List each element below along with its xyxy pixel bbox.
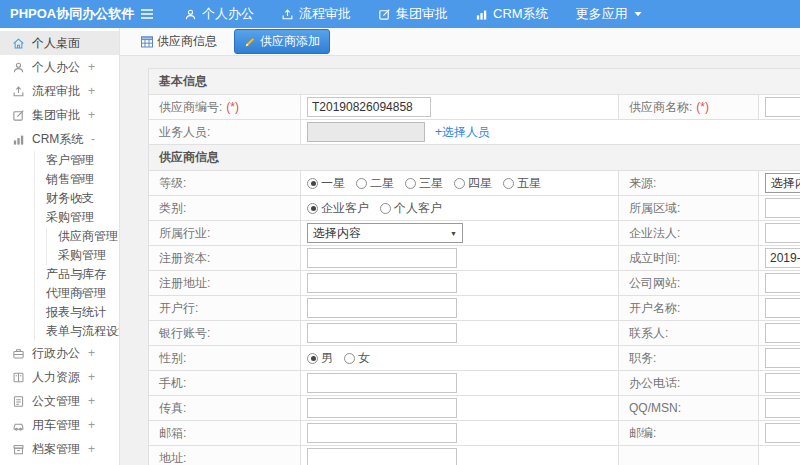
choose-person-link[interactable]: +选择人员 <box>435 125 490 139</box>
level-radio-0[interactable]: 一星 <box>307 175 345 192</box>
sidebar-item-label: 人力资源 <box>32 369 80 386</box>
expand-plus-icon[interactable]: + <box>88 442 95 456</box>
mobile-input[interactable] <box>307 373 457 393</box>
topnav-item-more-apps[interactable]: 更多应用 <box>576 5 642 23</box>
sidebar-item-sales-management[interactable]: 销售管理+ <box>0 170 119 189</box>
level-radio-3[interactable]: 四星 <box>454 175 492 192</box>
sidebar-item-supplier-management[interactable]: 供应商管理 <box>0 227 119 246</box>
sidebar-item-crm-system[interactable]: CRM系统- <box>0 127 119 151</box>
industry-select[interactable]: 选择内容▼ <box>307 223 463 243</box>
field-label-zip-code: 邮编: <box>619 421 759 446</box>
topnav-item-personal-office[interactable]: 个人办公 <box>184 5 254 23</box>
legal-person-input[interactable] <box>765 223 800 243</box>
account-name-input[interactable] <box>765 298 800 318</box>
form-field-row: 传真:QQ/MSN: <box>149 396 800 421</box>
expand-plus-icon[interactable]: + <box>78 173 85 187</box>
bank-account-input[interactable] <box>307 323 457 343</box>
sidebar-item-purchasing[interactable]: 采购管理 <box>0 246 119 265</box>
founded-date-input[interactable] <box>765 248 800 268</box>
email-input[interactable] <box>307 423 457 443</box>
field-label-founded-date: 成立时间: <box>619 246 759 271</box>
flow-icon <box>12 85 26 98</box>
topnav-item-group-approval[interactable]: 集团审批 <box>378 5 448 23</box>
briefcase-icon <box>12 347 26 360</box>
expand-plus-icon[interactable]: + <box>88 60 95 74</box>
chart-icon <box>12 133 26 146</box>
topnav-item-crm-system[interactable]: CRM系统 <box>475 5 549 23</box>
company-website-input[interactable] <box>765 273 800 293</box>
hamburger-menu-icon[interactable] <box>140 8 154 20</box>
top-navigation: 个人办公流程审批集团审批CRM系统更多应用 <box>184 5 669 23</box>
gender-radio-1[interactable]: 女 <box>344 350 370 367</box>
business-person-input[interactable] <box>307 122 425 142</box>
supplier-form-table: 基本信息供应商编号:(*)供应商名称:(*)业务人员:+选择人员供应商信息等级:… <box>148 68 800 465</box>
field-value-registered-capital <box>301 246 619 271</box>
sidebar-item-archive-management[interactable]: 档案管理+ <box>0 437 119 461</box>
topnav-item-label: 流程审批 <box>299 5 351 23</box>
gender-radio-0[interactable]: 男 <box>307 350 333 367</box>
tab-supplier-add[interactable]: 供应商添加 <box>234 29 330 54</box>
topnav-item-workflow-approval[interactable]: 流程审批 <box>281 5 351 23</box>
field-label-text: 供应商名称: <box>629 100 692 114</box>
sidebar-item-personal-office[interactable]: 个人办公+ <box>0 55 119 79</box>
sidebar-item-label: 用车管理 <box>32 417 80 434</box>
sidebar-item-finance-income-expense[interactable]: 财务收支+ <box>0 189 119 208</box>
zip-code-input[interactable] <box>765 423 800 443</box>
level-radio-1[interactable]: 二星 <box>356 175 394 192</box>
field-label-office-phone: 办公电话: <box>619 371 759 396</box>
office-phone-input[interactable] <box>765 373 800 393</box>
radio-option-label: 一星 <box>321 175 345 192</box>
expand-plus-icon[interactable]: + <box>88 370 95 384</box>
expand-plus-icon[interactable]: + <box>78 154 85 168</box>
registered-capital-input[interactable] <box>307 248 457 268</box>
region-input[interactable] <box>765 198 800 218</box>
sidebar-item-reports-statistics[interactable]: 报表与统计 <box>0 303 119 322</box>
bank-branch-input[interactable] <box>307 298 457 318</box>
sidebar-item-personal-desktop[interactable]: 个人桌面 <box>0 31 119 55</box>
supplier-name-input[interactable] <box>765 97 800 117</box>
field-value-founded-date <box>759 246 800 271</box>
sidebar-item-purchase-management[interactable]: 采购管理- <box>0 208 119 227</box>
main-area: 供应商信息供应商添加 基本信息供应商编号:(*)供应商名称:(*)业务人员:+选… <box>120 28 800 465</box>
form-field-row: 类别:企业客户个人客户所属区域: <box>149 196 800 221</box>
expand-plus-icon[interactable]: + <box>88 346 95 360</box>
sidebar-item-agent-management[interactable]: 代理商管理+ <box>0 284 119 303</box>
source-select[interactable]: 选择内容▼ <box>765 173 800 193</box>
sidebar-item-label: 个人办公 <box>32 59 80 76</box>
tab-supplier-info[interactable]: 供应商信息 <box>133 30 225 53</box>
sidebar-item-form-workflow-settings[interactable]: 表单与流程设置+ <box>0 322 119 341</box>
sidebar-item-vehicle-management[interactable]: 用车管理+ <box>0 413 119 437</box>
collapse-minus-icon[interactable]: - <box>81 211 85 225</box>
expand-plus-icon[interactable]: + <box>78 192 85 206</box>
form-field-row: 注册资本:成立时间: <box>149 246 800 271</box>
category-radio-1[interactable]: 个人客户 <box>380 200 442 217</box>
collapse-minus-icon[interactable]: - <box>91 132 95 146</box>
radio-option-label: 企业客户 <box>321 200 369 217</box>
sidebar-item-human-resources[interactable]: 人力资源+ <box>0 365 119 389</box>
expand-plus-icon[interactable]: + <box>88 394 95 408</box>
expand-plus-icon[interactable]: + <box>78 287 85 301</box>
supplier-code-input[interactable] <box>307 97 431 117</box>
sidebar-item-administrative-office[interactable]: 行政办公+ <box>0 341 119 365</box>
sidebar-item-group-approval[interactable]: 集团审批+ <box>0 103 119 127</box>
job-title-input[interactable] <box>765 348 800 368</box>
fax-input[interactable] <box>307 398 457 418</box>
qq-msn-input[interactable] <box>765 398 800 418</box>
level-radio-4[interactable]: 五星 <box>503 175 541 192</box>
contact-person-input[interactable] <box>765 323 800 343</box>
sidebar-item-label: 报表与统计 <box>46 304 106 321</box>
sidebar-item-customer-management[interactable]: 客户管理+ <box>0 151 119 170</box>
topnav-item-label: 个人办公 <box>202 5 254 23</box>
expand-plus-icon[interactable]: + <box>88 84 95 98</box>
sidebar-item-document-management[interactable]: 公文管理+ <box>0 389 119 413</box>
sidebar-item-product-inventory[interactable]: 产品与库存+ <box>0 265 119 284</box>
expand-plus-icon[interactable]: + <box>88 418 95 432</box>
level-radio-2[interactable]: 三星 <box>405 175 443 192</box>
expand-plus-icon[interactable]: + <box>78 268 85 282</box>
address-input[interactable] <box>307 448 457 465</box>
sidebar-item-workflow-approval[interactable]: 流程审批+ <box>0 79 119 103</box>
field-value-company-website <box>759 271 800 296</box>
registered-address-input[interactable] <box>307 273 457 293</box>
category-radio-0[interactable]: 企业客户 <box>307 200 369 217</box>
expand-plus-icon[interactable]: + <box>88 108 95 122</box>
